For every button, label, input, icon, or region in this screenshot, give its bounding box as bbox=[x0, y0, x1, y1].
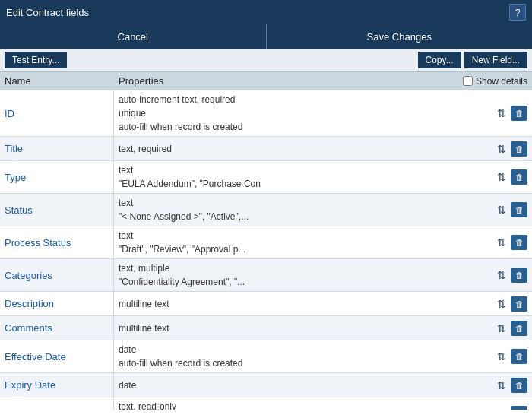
sort-button[interactable]: ⇅ bbox=[496, 235, 508, 250]
field-name[interactable]: Comments bbox=[0, 316, 114, 340]
field-name[interactable]: Categories bbox=[0, 259, 114, 291]
toolbar-right: Copy... New Field... bbox=[418, 52, 527, 68]
table-row: Descriptionmultiline text⇅🗑 bbox=[0, 292, 532, 316]
field-properties: text, required bbox=[114, 137, 491, 160]
field-name[interactable]: Active/Expired bbox=[0, 397, 114, 410]
table-row: Commentsmultiline text⇅🗑 bbox=[0, 316, 532, 340]
delete-button[interactable]: 🗑 bbox=[511, 406, 527, 410]
field-properties: text"< None Assigned >", "Active",... bbox=[114, 194, 491, 226]
delete-button[interactable]: 🗑 bbox=[511, 106, 527, 121]
sort-button[interactable]: ⇅ bbox=[496, 349, 508, 364]
sort-button[interactable]: ⇅ bbox=[496, 169, 508, 185]
field-actions: ⇅🗑 bbox=[491, 90, 532, 136]
table-row: Categoriestext, multiple"Confidentiality… bbox=[0, 259, 532, 292]
table-row: Active/Expiredtext, read-onlyauto-fill a… bbox=[0, 397, 532, 410]
toolbar: Test Entry... Copy... New Field... bbox=[0, 49, 532, 72]
sort-button[interactable]: ⇅ bbox=[496, 321, 508, 336]
field-actions: ⇅🗑 bbox=[491, 316, 532, 340]
delete-button[interactable]: 🗑 bbox=[511, 169, 527, 185]
show-details-container: Show details bbox=[463, 76, 527, 87]
delete-button[interactable]: 🗑 bbox=[511, 321, 527, 336]
field-properties: text, multiple"Confidentiality Agreement… bbox=[114, 259, 491, 291]
test-entry-button[interactable]: Test Entry... bbox=[5, 52, 67, 68]
delete-button[interactable]: 🗑 bbox=[511, 296, 527, 312]
delete-button[interactable]: 🗑 bbox=[511, 235, 527, 250]
save-button[interactable]: Save Changes bbox=[267, 24, 533, 49]
field-name[interactable]: Process Status bbox=[0, 226, 114, 258]
field-properties: multiline text bbox=[114, 292, 491, 315]
page-title: Edit Contract fields bbox=[6, 7, 89, 18]
table-row: Expiry Datedate⇅🗑 bbox=[0, 373, 532, 397]
delete-button[interactable]: 🗑 bbox=[511, 378, 527, 393]
field-name[interactable]: Title bbox=[0, 137, 114, 160]
delete-button[interactable]: 🗑 bbox=[511, 202, 527, 217]
sort-button[interactable]: ⇅ bbox=[496, 268, 508, 283]
sort-button[interactable]: ⇅ bbox=[496, 141, 508, 157]
header-bar: Edit Contract fields ? bbox=[0, 0, 532, 24]
field-properties: text"Draft", "Review", "Approval p... bbox=[114, 226, 491, 258]
name-column-header: Name bbox=[5, 75, 119, 87]
help-button[interactable]: ? bbox=[509, 4, 526, 21]
table-row: Typetext"EULA Addendum", "Purchase Con⇅🗑 bbox=[0, 161, 532, 194]
cancel-button[interactable]: Cancel bbox=[0, 24, 267, 49]
field-name[interactable]: Type bbox=[0, 161, 114, 193]
field-actions: ⇅🗑 bbox=[491, 259, 532, 291]
sort-button[interactable]: ⇅ bbox=[496, 406, 508, 410]
action-bar: Cancel Save Changes bbox=[0, 24, 532, 49]
field-name[interactable]: Description bbox=[0, 292, 114, 315]
properties-column-header: Properties bbox=[119, 75, 463, 87]
sort-button[interactable]: ⇅ bbox=[496, 378, 508, 393]
table-row: IDauto-increment text, requireduniqueaut… bbox=[0, 90, 532, 137]
field-name[interactable]: ID bbox=[0, 90, 114, 136]
table-row: Process Statustext"Draft", "Review", "Ap… bbox=[0, 226, 532, 259]
field-name[interactable]: Status bbox=[0, 194, 114, 226]
field-name[interactable]: Expiry Date bbox=[0, 373, 114, 397]
field-properties: date bbox=[114, 373, 491, 397]
show-details-label: Show details bbox=[476, 76, 527, 87]
field-actions: ⇅🗑 bbox=[491, 194, 532, 226]
field-actions: ⇅🗑 bbox=[491, 397, 532, 410]
field-actions: ⇅🗑 bbox=[491, 137, 532, 160]
delete-button[interactable]: 🗑 bbox=[511, 141, 527, 157]
delete-button[interactable]: 🗑 bbox=[511, 268, 527, 283]
table-row: Titletext, required⇅🗑 bbox=[0, 137, 532, 161]
table-row: Effective Datedateauto-fill when record … bbox=[0, 340, 532, 373]
field-properties: auto-increment text, requireduniqueauto-… bbox=[114, 90, 491, 136]
delete-button[interactable]: 🗑 bbox=[511, 349, 527, 364]
column-headers: Name Properties Show details bbox=[0, 72, 532, 90]
new-field-button[interactable]: New Field... bbox=[464, 52, 527, 68]
table-row: Statustext"< None Assigned >", "Active",… bbox=[0, 194, 532, 226]
show-details-checkbox[interactable] bbox=[463, 76, 473, 86]
field-properties: text"EULA Addendum", "Purchase Con bbox=[114, 161, 491, 193]
copy-button[interactable]: Copy... bbox=[418, 52, 461, 68]
field-actions: ⇅🗑 bbox=[491, 226, 532, 258]
field-properties: dateauto-fill when record is created bbox=[114, 340, 491, 372]
sort-button[interactable]: ⇅ bbox=[496, 106, 508, 121]
field-properties: multiline text bbox=[114, 316, 491, 340]
field-actions: ⇅🗑 bbox=[491, 340, 532, 372]
sort-button[interactable]: ⇅ bbox=[496, 202, 508, 217]
field-name[interactable]: Effective Date bbox=[0, 340, 114, 372]
field-actions: ⇅🗑 bbox=[491, 373, 532, 397]
fields-table: IDauto-increment text, requireduniqueaut… bbox=[0, 90, 532, 410]
field-actions: ⇅🗑 bbox=[491, 161, 532, 193]
field-actions: ⇅🗑 bbox=[491, 292, 532, 315]
field-properties: text, read-onlyauto-fill always automati… bbox=[114, 397, 491, 410]
sort-button[interactable]: ⇅ bbox=[496, 296, 508, 312]
